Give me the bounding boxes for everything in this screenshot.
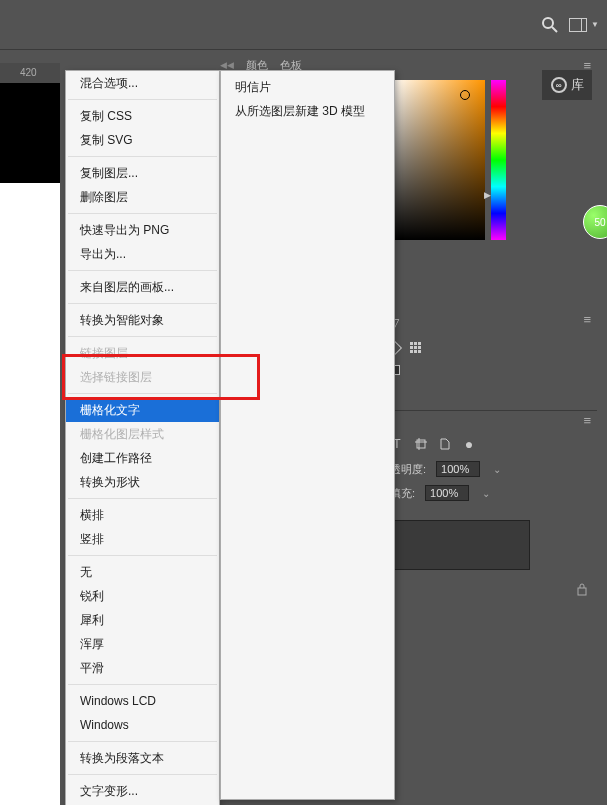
opacity-dropdown[interactable]: ⌄ [490,463,504,476]
menu-item[interactable]: 复制 SVG [66,128,219,152]
menu-item[interactable]: 创建工作路径 [66,446,219,470]
fill-input[interactable]: 100% [425,485,469,501]
library-button[interactable]: ∞ 库 [542,70,592,100]
menu-item[interactable]: Windows LCD [66,689,219,713]
top-toolbar: ▼ [0,0,607,50]
grid-icon[interactable] [410,342,421,353]
canvas-dark-area [0,83,60,183]
menu-separator [68,336,217,337]
color-picker-panel: ▶ [390,80,535,260]
svg-rect-5 [578,588,586,595]
menu-item[interactable]: Windows [66,713,219,737]
layer-context-menu: 混合选项...复制 CSS复制 SVG复制图层...删除图层快速导出为 PNG导… [65,70,220,805]
panel-layout-icon[interactable] [569,18,587,32]
menu-item[interactable]: 犀利 [66,608,219,632]
menu-separator [68,270,217,271]
menu-item[interactable]: 复制图层... [66,161,219,185]
menu-item[interactable]: 横排 [66,503,219,527]
menu-item[interactable]: 无 [66,560,219,584]
menu-item: 选择链接图层 [66,365,219,389]
menu-separator [68,774,217,775]
color-gradient-field[interactable] [390,80,485,240]
properties-panel-2: ≡ T ● 透明度: 100% ⌄ 填充: 100% ⌄ [380,410,597,510]
svg-point-0 [543,18,553,28]
svg-rect-2 [417,440,425,448]
menu-separator [68,498,217,499]
menu-separator [68,555,217,556]
menu-separator [68,99,217,100]
color-sample-marker[interactable] [460,90,470,100]
opacity-label: 透明度: [390,462,426,477]
menu-separator [68,393,217,394]
menu-item[interactable]: 删除图层 [66,185,219,209]
menu-item[interactable]: 文字变形... [66,779,219,803]
menu-item[interactable]: 平滑 [66,656,219,680]
dot-icon[interactable]: ● [462,437,476,451]
menu-item[interactable]: 锐利 [66,584,219,608]
document-icon[interactable] [438,437,452,451]
fill-dropdown[interactable]: ⌄ [479,487,493,500]
menu-item: 链接图层 [66,341,219,365]
layer-context-submenu: 明信片从所选图层新建 3D 模型 [220,70,395,800]
search-icon[interactable] [541,16,559,34]
svg-line-1 [552,27,557,32]
layer-thumbnail-box[interactable] [380,520,530,570]
menu-separator [68,303,217,304]
crop-icon[interactable] [414,437,428,451]
green-button-label: 50 [594,217,605,228]
green-round-button[interactable]: 50 [583,205,607,239]
menu-item[interactable]: 转换为形状 [66,470,219,494]
menu-item[interactable]: 来自图层的画板... [66,275,219,299]
submenu-item[interactable]: 明信片 [221,75,394,99]
menu-item[interactable]: 导出为... [66,242,219,266]
panel-collapse-icon[interactable]: ◀◀ [220,60,234,70]
canvas-white-area [0,183,60,805]
layer-lock-row [380,578,592,600]
panel-menu-icon[interactable]: ≡ [583,413,591,428]
menu-separator [68,741,217,742]
chevron-down-icon[interactable]: ▼ [591,20,599,29]
menu-item[interactable]: 混合选项... [66,71,219,95]
menu-separator [68,684,217,685]
menu-separator [68,213,217,214]
menu-item[interactable]: 转换为段落文本 [66,746,219,770]
menu-item[interactable]: 浑厚 [66,632,219,656]
panel-menu-icon[interactable]: ≡ [583,312,591,327]
lock-icon[interactable] [576,582,588,596]
cc-icon: ∞ [551,77,567,93]
menu-separator [68,156,217,157]
menu-item[interactable]: 栅格化文字 [66,398,219,422]
hue-marker[interactable]: ▶ [484,190,491,200]
opacity-input[interactable]: 100% [436,461,480,477]
menu-item[interactable]: 竖排 [66,527,219,551]
menu-item[interactable]: 快速导出为 PNG [66,218,219,242]
menu-item[interactable]: 转换为智能对象 [66,308,219,332]
ruler: 420 [0,63,60,83]
properties-panel-1: ▽ ≡ [380,310,597,400]
menu-item[interactable]: 复制 CSS [66,104,219,128]
submenu-item[interactable]: 从所选图层新建 3D 模型 [221,99,394,123]
library-label: 库 [571,76,584,94]
hue-slider[interactable]: ▶ [491,80,506,240]
menu-item: 栅格化图层样式 [66,422,219,446]
